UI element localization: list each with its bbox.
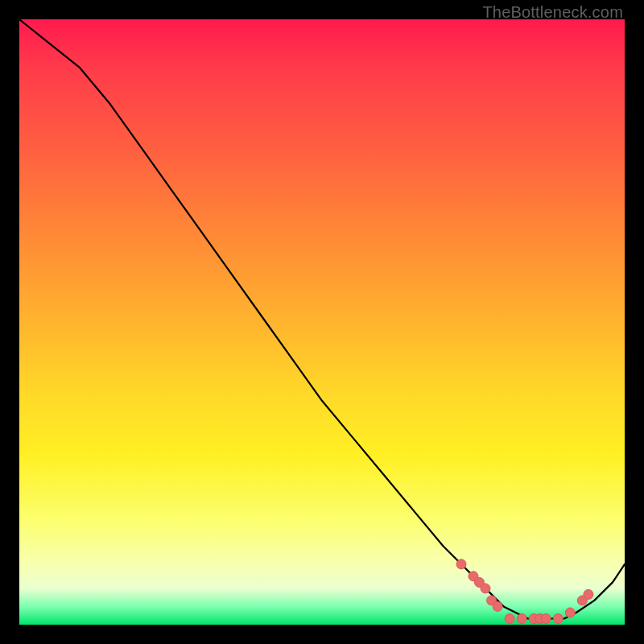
highlight-dot	[584, 589, 593, 599]
highlight-dot	[565, 608, 575, 617]
highlight-dot	[456, 559, 466, 569]
highlight-dot	[505, 614, 514, 624]
highlight-dot	[517, 614, 526, 624]
highlight-dot	[481, 584, 490, 593]
highlight-dots-group	[456, 559, 593, 624]
bottleneck-curve	[19, 19, 625, 619]
chart-frame: TheBottleneck.com	[0, 0, 644, 644]
highlight-dot	[493, 601, 502, 611]
watermark-label: TheBottleneck.com	[482, 3, 623, 22]
highlight-dot	[541, 614, 551, 624]
curve-svg	[19, 19, 625, 625]
plot-area	[19, 19, 625, 625]
highlight-dot	[553, 614, 563, 624]
